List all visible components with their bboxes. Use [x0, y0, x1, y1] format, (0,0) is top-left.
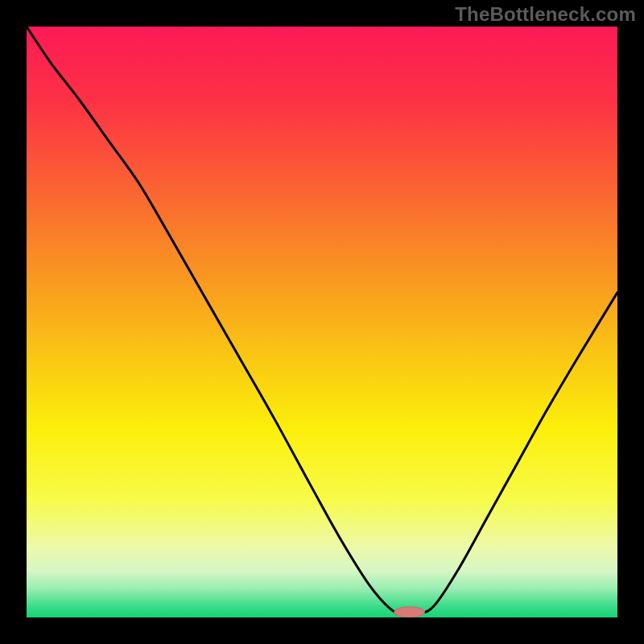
chart-svg: [27, 27, 617, 617]
plot-area: [27, 27, 617, 617]
optimum-marker: [394, 607, 425, 617]
watermark-text: TheBottleneck.com: [455, 3, 636, 26]
chart-frame: TheBottleneck.com: [0, 0, 644, 644]
gradient-background: [27, 27, 617, 617]
